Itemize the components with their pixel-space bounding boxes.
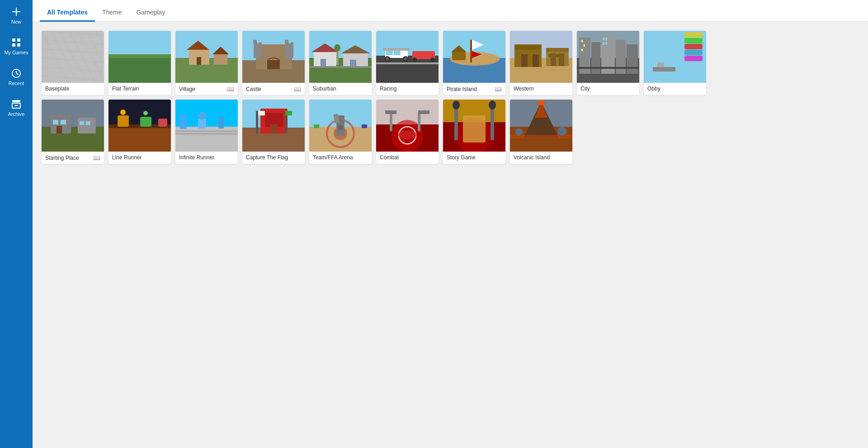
template-card-obby[interactable]: Obby [644,31,706,95]
template-card-starting-place[interactable]: Starting Place📖 [42,100,104,164]
template-thumb-story-game [443,100,505,152]
template-label-team-ffa: Team/FFA Arena [309,152,372,163]
template-label-combat: Combat [376,152,439,163]
svg-rect-7 [12,100,20,102]
template-card-story-game[interactable]: Story Game [443,100,505,164]
sidebar-archive-label: Archive [8,111,25,117]
svg-point-136 [218,116,224,122]
template-card-western[interactable]: STABLE Western [510,31,572,95]
template-content: Baseplate Flat Terrain Village📖 Castle📖 [33,22,868,448]
svg-rect-163 [418,113,420,131]
svg-rect-85 [546,48,569,52]
template-thumb-combat [376,100,439,152]
svg-point-154 [338,125,343,130]
svg-rect-26 [108,56,171,83]
svg-rect-53 [309,66,372,68]
book-icon-pirate-island: 📖 [495,86,502,92]
template-card-flat-terrain[interactable]: Flat Terrain [108,31,171,95]
svg-rect-101 [605,38,607,40]
svg-rect-87 [551,53,556,66]
svg-rect-155 [314,124,319,128]
svg-rect-100 [603,38,604,40]
template-card-pirate-island[interactable]: Pirate Island📖 [443,31,505,95]
template-label-text-capture-flag: Capture The Flag [246,154,288,161]
template-thumb-castle [242,31,305,83]
svg-rect-131 [180,120,187,129]
template-label-story-game: Story Game [443,152,505,163]
template-label-baseplate: Baseplate [42,83,104,95]
template-label-text-volcanic-island: Volcanic Island [514,154,550,161]
template-card-capture-flag[interactable]: Capture The Flag [242,100,305,164]
template-label-text-flat-terrain: Flat Terrain [112,86,139,92]
sidebar-item-archive[interactable]: Archive [0,92,33,123]
plus-icon [11,6,22,17]
template-card-suburban[interactable]: Suburban [309,31,372,95]
template-label-text-racing: Racing [380,86,396,92]
svg-rect-66 [383,48,410,51]
svg-point-181 [515,129,523,136]
template-thumb-pirate-island [443,31,505,83]
template-label-text-infinite-runner: Infinite Runner [179,154,214,161]
template-card-line-runner[interactable]: Line Runner [108,100,171,164]
tab-all-templates[interactable]: All Templates [40,2,95,22]
template-card-combat[interactable]: Combat [376,100,439,164]
svg-rect-83 [533,54,539,67]
sidebar-item-my-games[interactable]: My Games [0,31,33,62]
tab-theme[interactable]: Theme [95,2,129,22]
sidebar-item-new[interactable]: New [0,0,33,31]
template-card-baseplate[interactable]: Baseplate [42,31,104,95]
template-thumb-capture-flag [242,100,305,152]
sidebar-new-label: New [11,19,21,24]
template-card-castle[interactable]: Castle📖 [242,31,305,95]
svg-point-182 [557,127,566,136]
svg-rect-105 [684,56,703,61]
svg-rect-73 [470,40,472,62]
svg-point-127 [143,111,148,115]
svg-rect-39 [285,42,293,58]
template-label-text-western: Western [514,86,533,92]
svg-rect-144 [256,111,258,133]
svg-rect-3 [17,38,20,42]
template-card-infinite-runner[interactable]: Infinite Runner [175,100,238,164]
template-label-text-team-ffa: Team/FFA Arena [313,154,353,161]
sidebar-item-recent[interactable]: Recent [0,62,33,92]
template-card-racing[interactable]: Racing [376,31,439,95]
svg-rect-42 [285,40,288,43]
template-grid-row2: Starting Place📖 Line Runner Infinite Run… [42,100,859,164]
svg-rect-61 [394,51,401,55]
svg-rect-102 [603,42,604,45]
template-label-volcanic-island: Volcanic Island [510,152,572,163]
book-icon-village: 📖 [227,86,234,92]
template-label-line-runner: Line Runner [108,152,171,163]
svg-rect-27 [108,54,171,58]
template-card-team-ffa[interactable]: Team/FFA Arena [309,100,372,164]
template-card-volcanic-island[interactable]: Volcanic Island [510,100,572,164]
svg-rect-169 [463,115,486,143]
template-card-village[interactable]: Village📖 [175,31,238,95]
template-label-text-obby: Obby [647,86,660,92]
svg-rect-41 [257,40,259,43]
svg-rect-164 [418,110,429,114]
tab-gameplay[interactable]: Gameplay [129,2,173,22]
template-thumb-line-runner [108,100,171,152]
svg-rect-81 [515,45,541,50]
svg-point-68 [412,57,417,62]
svg-rect-60 [386,51,393,55]
template-thumb-obby [644,31,706,83]
svg-rect-124 [118,115,129,127]
template-thumb-starting-place [42,100,104,152]
svg-rect-116 [61,120,66,124]
svg-rect-115 [53,120,58,124]
svg-rect-138 [175,133,238,135]
svg-point-69 [430,57,435,62]
sidebar: New My Games Recent Archive [0,0,33,448]
template-card-city[interactable]: City [577,31,639,95]
svg-rect-143 [270,124,278,133]
svg-point-165 [398,130,416,139]
svg-rect-32 [214,53,227,65]
template-label-text-castle: Castle [246,86,261,92]
svg-point-173 [489,100,496,110]
svg-rect-128 [158,119,167,127]
template-label-text-pirate-island: Pirate Island [447,86,477,92]
template-label-text-baseplate: Baseplate [45,86,69,92]
